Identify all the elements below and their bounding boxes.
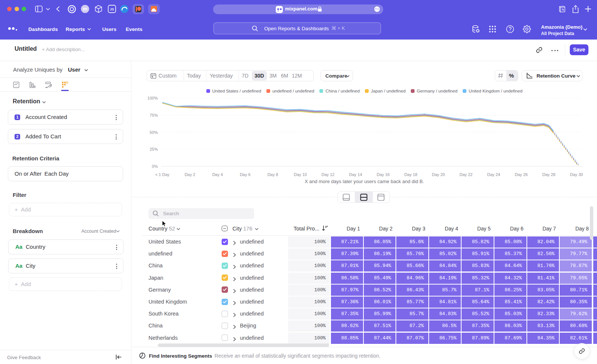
svg-text:N: N: [562, 8, 564, 12]
svg-text:JS: JS: [110, 7, 114, 11]
